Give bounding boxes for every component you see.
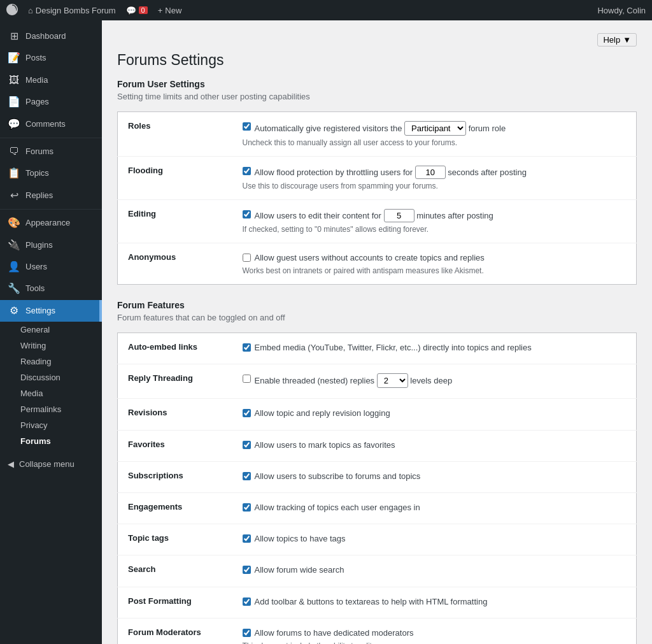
sidebar-item-pages[interactable]: 📄 Pages (0, 91, 102, 113)
help-button[interactable]: Help ▼ (597, 33, 637, 47)
comments-icon: 💬 (8, 117, 20, 131)
revisions-checkbox[interactable] (243, 409, 251, 417)
sidebar-item-forums[interactable]: 🗨 Forums (0, 141, 102, 162)
admin-bar: ⌂ Design Bombs Forum 💬 0 + New Howdy, Co… (0, 0, 652, 20)
forum-features-section: Forum Features Forum features that can b… (117, 300, 637, 644)
replies-icon: ↩ (8, 189, 20, 203)
forum-moderators-row: Forum Moderators Allow forums to have de… (118, 618, 637, 644)
forum-user-settings-section: Forum User Settings Setting time limits … (117, 79, 637, 285)
sidebar: ⊞ Dashboard 📝 Posts 🖼 Media 📄 Pages 💬 Co… (0, 20, 102, 644)
site-name[interactable]: ⌂ Design Bombs Forum (28, 6, 116, 15)
submenu-forums[interactable]: Forums (0, 433, 102, 449)
revisions-row: Revisions Allow topic and reply revision… (118, 399, 637, 430)
sidebar-item-label: Comments (25, 118, 66, 130)
roles-content: Automatically give registered visitors t… (232, 112, 637, 157)
new-content-link[interactable]: + New (158, 6, 182, 15)
flooding-checkbox-row: Allow flood protection by throttling use… (243, 166, 627, 179)
sidebar-item-settings[interactable]: ⚙ Settings (0, 300, 102, 322)
submenu-permalinks[interactable]: Permalinks (0, 401, 102, 417)
sidebar-item-label: Dashboard (25, 31, 66, 42)
reply-threading-row: Reply Threading Enable threaded (nested)… (118, 364, 637, 399)
sidebar-item-tools[interactable]: 🔧 Tools (0, 278, 102, 299)
search-checkbox-row: Allow forum wide search (243, 564, 627, 576)
submenu-general[interactable]: General (0, 322, 102, 338)
settings-icon: ⚙ (8, 304, 20, 318)
roles-label: Roles (118, 112, 232, 157)
revisions-content: Allow topic and reply revision logging (232, 399, 637, 430)
auto-embed-checkbox[interactable] (243, 343, 251, 352)
wp-logo[interactable] (6, 4, 18, 17)
collapse-icon: ◀ (8, 459, 14, 469)
sidebar-item-plugins[interactable]: 🔌 Plugins (0, 234, 102, 256)
sidebar-item-label: Pages (25, 96, 49, 108)
post-formatting-checkbox[interactable] (243, 597, 251, 606)
sidebar-item-users[interactable]: 👤 Users (0, 256, 102, 278)
roles-row: Roles Automatically give registered visi… (118, 112, 637, 157)
topic-tags-checkbox-row: Allow topics to have tags (243, 533, 627, 545)
posts-icon: 📝 (8, 51, 20, 65)
submenu-discussion[interactable]: Discussion (0, 369, 102, 385)
engagements-label: Engagements (118, 492, 232, 524)
search-checkbox[interactable] (243, 566, 251, 574)
menu-separator-2 (0, 209, 102, 210)
forum-features-title: Forum Features (117, 300, 637, 310)
reply-threading-select[interactable]: 2345 678910 (377, 373, 408, 388)
favorites-checkbox[interactable] (243, 441, 251, 449)
flooding-input[interactable] (415, 166, 446, 179)
forum-features-table: Auto-embed links Embed media (YouTube, T… (117, 333, 637, 644)
topic-tags-checkbox[interactable] (243, 534, 251, 543)
sidebar-item-label: Tools (25, 283, 45, 294)
favorites-row: Favorites Allow users to mark topics as … (118, 430, 637, 461)
dashboard-icon: ⊞ (8, 29, 20, 43)
reply-threading-content: Enable threaded (nested) replies 2345 67… (232, 364, 637, 399)
sidebar-item-topics[interactable]: 📋 Topics (0, 162, 102, 184)
sidebar-item-dashboard[interactable]: ⊞ Dashboard (0, 25, 102, 47)
topic-tags-row: Topic tags Allow topics to have tags (118, 524, 637, 555)
forum-user-settings-title: Forum User Settings (117, 79, 637, 89)
reply-threading-checkbox[interactable] (243, 375, 251, 383)
topics-icon: 📋 (8, 166, 20, 180)
anonymous-checkbox[interactable] (243, 254, 251, 262)
engagements-checkbox[interactable] (243, 503, 251, 512)
comments-link[interactable]: 💬 0 (126, 6, 148, 15)
subscriptions-checkbox-row: Allow users to subscribe to forums and t… (243, 471, 627, 482)
sidebar-item-label: Settings (25, 305, 55, 317)
search-label: Search (118, 555, 232, 587)
roles-select[interactable]: Participant Moderator Keymaster Spectato… (404, 121, 466, 136)
submenu-media[interactable]: Media (0, 385, 102, 401)
anonymous-label: Anonymous (118, 243, 232, 285)
search-row: Search Allow forum wide search (118, 555, 637, 587)
sidebar-item-appearance[interactable]: 🎨 Appearance (0, 212, 102, 234)
sidebar-item-posts[interactable]: 📝 Posts (0, 47, 102, 69)
sidebar-item-comments[interactable]: 💬 Comments (0, 113, 102, 135)
roles-checkbox[interactable] (243, 122, 251, 131)
reply-threading-checkbox-row: Enable threaded (nested) replies 2345 67… (243, 373, 627, 388)
pages-icon: 📄 (8, 95, 20, 109)
subscriptions-content: Allow users to subscribe to forums and t… (232, 461, 637, 492)
flooding-content: Allow flood protection by throttling use… (232, 157, 637, 200)
flooding-desc: Use this to discourage users from spammi… (243, 182, 627, 190)
editing-checkbox[interactable] (243, 210, 251, 218)
sidebar-item-media[interactable]: 🖼 Media (0, 69, 102, 91)
reply-threading-checkbox-label: Enable threaded (nested) replies 2345 67… (255, 373, 453, 388)
collapse-menu-button[interactable]: ◀ Collapse menu (0, 454, 102, 474)
sidebar-item-label: Posts (25, 52, 46, 64)
anonymous-desc: Works best on intranets or paired with a… (243, 266, 627, 275)
forum-user-settings-desc: Setting time limits and other user posti… (117, 92, 637, 101)
main-content: Help ▼ Forums Settings Forum User Settin… (102, 20, 652, 644)
sidebar-item-replies[interactable]: ↩ Replies (0, 185, 102, 206)
appearance-icon: 🎨 (8, 216, 20, 230)
auto-embed-checkbox-label: Embed media (YouTube, Twitter, Flickr, e… (255, 342, 532, 354)
engagements-row: Engagements Allow tracking of topics eac… (118, 492, 637, 524)
sidebar-item-label: Plugins (25, 240, 53, 251)
editing-content: Allow users to edit their content for mi… (232, 200, 637, 243)
submenu-privacy[interactable]: Privacy (0, 417, 102, 433)
sidebar-item-label: Users (25, 261, 47, 273)
subscriptions-checkbox[interactable] (243, 472, 251, 480)
flooding-checkbox[interactable] (243, 167, 251, 175)
editing-input[interactable] (384, 209, 415, 222)
submenu-writing[interactable]: Writing (0, 338, 102, 354)
post-formatting-checkbox-row: Add toolbar & buttons to textareas to he… (243, 596, 627, 608)
forum-moderators-checkbox[interactable] (243, 629, 251, 637)
submenu-reading[interactable]: Reading (0, 354, 102, 369)
